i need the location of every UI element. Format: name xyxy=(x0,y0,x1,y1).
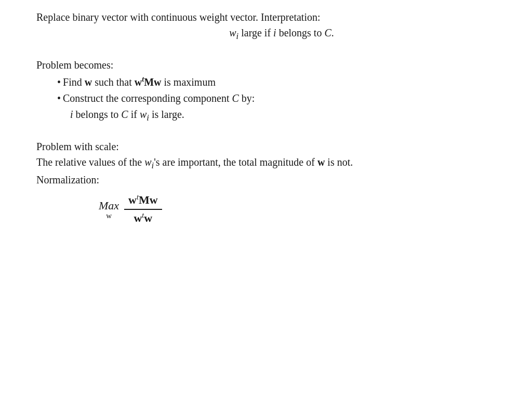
bullet-dot-1: • xyxy=(57,74,61,90)
bullet-dot-2: • xyxy=(57,90,61,107)
w-num-bold-2: w xyxy=(150,194,158,207)
problem-becomes-section: Problem becomes: • Find w such that wtMw… xyxy=(36,57,496,124)
problem-scale-line2: The relative values of the wi's are impo… xyxy=(36,154,496,172)
intro-line1: Replace binary vector with continuous we… xyxy=(36,9,496,25)
i-italic: i xyxy=(70,109,73,120)
problem-scale-section: Problem with scale: The relative values … xyxy=(36,139,496,226)
page-content: Replace binary vector with continuous we… xyxy=(36,5,496,226)
w-italic-2: w xyxy=(144,156,151,168)
sub-indent-line: i belongs to C if wi is large. xyxy=(65,107,496,125)
max-subscript: w xyxy=(106,211,112,220)
bullet-item-1: • Find w such that wtMw is maximum xyxy=(57,74,496,90)
C-symbol: C xyxy=(324,27,331,38)
max-group: Max w xyxy=(99,199,119,220)
problem-scale-line1: Problem with scale: xyxy=(36,139,496,154)
max-label: Max xyxy=(99,199,119,212)
w-bold-4: w xyxy=(317,156,325,168)
i-symbol: i xyxy=(273,27,276,38)
bullet-text-2: Construct the corresponding component C … xyxy=(63,90,255,107)
w-num-bold: w xyxy=(128,194,137,207)
w-bold-2: w xyxy=(135,76,142,88)
w-den-bold-2: w xyxy=(144,212,152,225)
formula-row: Max w wtMw wtw xyxy=(99,193,162,226)
i-sub: i xyxy=(147,113,149,123)
C-italic-2: C xyxy=(121,109,128,120)
w-bold-1: w xyxy=(85,76,92,88)
problem-becomes-heading: Problem becomes: xyxy=(36,57,496,73)
intro-line2: wi large if i belongs to C. xyxy=(68,25,496,43)
bullet-list: • Find w such that wtMw is maximum • Con… xyxy=(57,74,496,124)
C-italic-1: C xyxy=(232,92,239,104)
normalization-label: Normalization: xyxy=(36,172,496,188)
w-den-bold: w xyxy=(134,212,142,225)
bullet-text-1: Find w such that wtMw is maximum xyxy=(63,74,216,90)
fraction-denominator: wtw xyxy=(129,210,156,226)
intro-section: Replace binary vector with continuous we… xyxy=(36,9,496,43)
formula-outer: Max w wtMw wtw xyxy=(99,193,162,226)
fraction-numerator: wtMw xyxy=(124,193,162,210)
w-italic: w xyxy=(140,109,147,120)
w-symbol: w xyxy=(229,27,236,38)
M-bold: M xyxy=(144,76,154,88)
i-sub-2: i xyxy=(152,161,154,170)
w-bold-3: w xyxy=(154,76,161,88)
i-subscript: i xyxy=(236,31,239,41)
fraction: wtMw wtw xyxy=(124,193,162,226)
formula-block: Max w wtMw wtw xyxy=(36,193,496,226)
M-num-bold: M xyxy=(139,194,150,207)
bullet-item-2: • Construct the corresponding component … xyxy=(57,90,496,107)
